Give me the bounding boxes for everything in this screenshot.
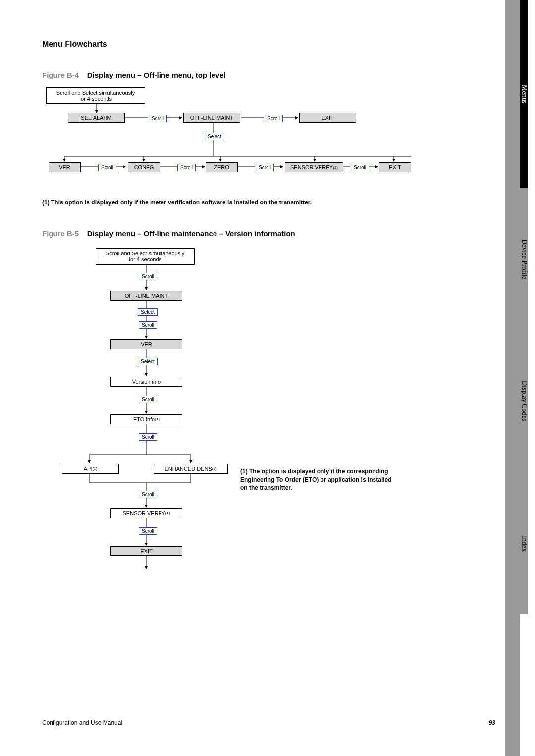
tab-index[interactable]: Index (520, 472, 528, 614)
figure-b5-title: Display menu – Off-line maintenance – Ve… (87, 229, 295, 238)
box-sensor-verfy-b4: SENSOR VERFY(1) (285, 162, 343, 172)
label-scroll-2: Scroll (265, 115, 283, 122)
label-scroll-b5-6: Scroll (139, 527, 157, 535)
label-scroll-6: Scroll (351, 164, 369, 171)
box-confg: CONFG (128, 162, 160, 172)
diagram-b5: Scroll and Select simultaneously for 4 s… (42, 248, 419, 605)
label-scroll-b5-2: Scroll (139, 321, 157, 329)
label-select-b4: Select (205, 133, 224, 140)
box-api: API(1) (62, 464, 119, 474)
figure-b5-label: Figure B-5 (42, 229, 79, 238)
figure-b4-heading: Figure B-4 Display menu – Off-line menu,… (42, 71, 436, 80)
figure-b5-heading: Figure B-5 Display menu – Off-line maint… (42, 229, 436, 238)
label-scroll-3: Scroll (98, 164, 116, 171)
tab-menus[interactable]: Menus (520, 0, 528, 188)
box-exit-b5: EXIT (110, 546, 182, 556)
box-zero: ZERO (206, 162, 238, 172)
diagram-b4: Scroll and Select simultaneously for 4 s… (42, 87, 419, 191)
box-exit2-b4: EXIT (379, 162, 411, 172)
side-bar (505, 0, 520, 756)
label-select-b5-1: Select (138, 308, 158, 316)
footnote-b5: (1) The option is displayed only if the … (240, 467, 399, 492)
box-exit-b4: EXIT (299, 113, 356, 123)
box-sensor-verfy-b5: SENSOR VERFY(1) (110, 508, 182, 518)
label-scroll-1: Scroll (149, 115, 167, 122)
label-scroll-4: Scroll (177, 164, 196, 171)
label-select-b5-2: Select (138, 358, 158, 365)
label-scroll-b5-3: Scroll (139, 396, 157, 403)
label-scroll-b5-5: Scroll (139, 491, 157, 498)
figure-b4-label: Figure B-4 (42, 71, 79, 79)
box-offline-maint-b4: OFF-LINE MAINT (183, 113, 240, 123)
label-scroll-b5-1: Scroll (139, 273, 157, 280)
box-enhanced-dens: ENHANCED DENS(1) (154, 464, 228, 474)
section-title: Menu Flowcharts (42, 40, 436, 49)
box-offline-maint-b5: OFF-LINE MAINT (110, 291, 182, 301)
label-scroll-5: Scroll (256, 164, 274, 171)
footnote-b4: (1) This option is displayed only if the… (42, 199, 436, 207)
tab-display-codes[interactable]: Display Codes (520, 330, 528, 472)
footer-left: Configuration and Use Manual (42, 719, 122, 726)
figure-b4-title: Display menu – Off-line menu, top level (87, 71, 226, 79)
box-see-alarm: SEE ALARM (68, 113, 125, 123)
tab-device-profile[interactable]: Device Profile (520, 188, 528, 330)
box-scroll-select-b5: Scroll and Select simultaneously for 4 s… (96, 248, 195, 265)
box-scroll-select-b4: Scroll and Select simultaneously for 4 s… (46, 87, 145, 104)
box-eto-info: ETO info (1) (110, 414, 182, 424)
box-version-info: Version info (110, 377, 182, 387)
footer-right: 93 (489, 719, 495, 726)
box-ver-b4: VER (49, 162, 81, 172)
box-ver-b5: VER (110, 339, 182, 349)
label-scroll-b5-4: Scroll (139, 433, 157, 441)
side-tabs: Menus Device Profile Display Codes Index (520, 0, 535, 756)
